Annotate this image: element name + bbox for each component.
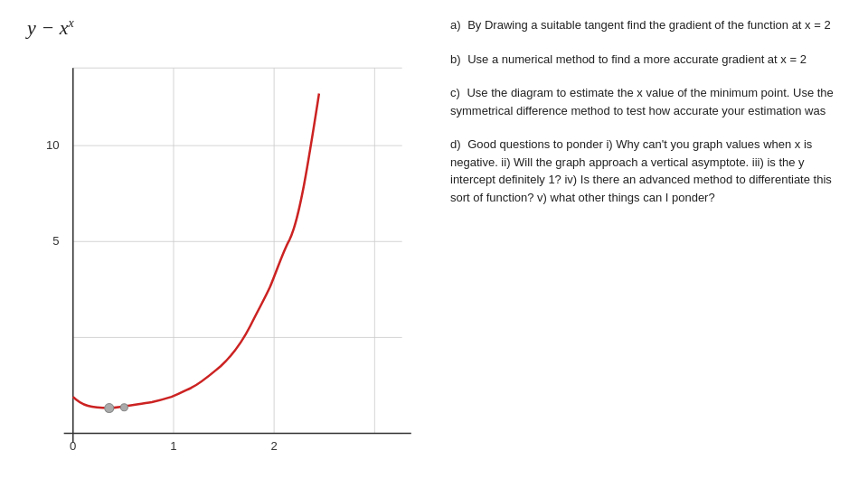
- curve-path: [73, 94, 319, 408]
- graph-svg: 5 10 0 1 2: [14, 50, 425, 470]
- svg-text:5: 5: [52, 234, 59, 248]
- svg-text:1: 1: [170, 439, 176, 453]
- question-c: c) Use the diagram to estimate the x val…: [450, 84, 843, 119]
- question-d-text: Good questions to ponder i) Why can't yo…: [450, 137, 832, 204]
- svg-text:2: 2: [270, 439, 277, 453]
- min-point: [105, 404, 114, 413]
- question-c-label: c): [450, 86, 460, 99]
- question-b-text: Use a numerical method to find a more ac…: [467, 52, 807, 66]
- question-b: b) Use a numerical method to find a more…: [450, 51, 843, 69]
- formula-text: y − xx: [27, 16, 74, 39]
- svg-text:10: 10: [46, 138, 60, 152]
- question-a-label: a): [450, 18, 461, 32]
- formula-superscript: x: [68, 16, 73, 30]
- secondary-point: [120, 404, 127, 411]
- formula-display: y − xx: [27, 16, 74, 40]
- graph-area: 5 10 0 1 2: [14, 50, 425, 470]
- question-c-text: Use the diagram to estimate the x value …: [450, 86, 834, 117]
- question-b-label: b): [450, 52, 461, 66]
- svg-text:0: 0: [70, 439, 76, 453]
- question-a: a) By Drawing a suitable tangent find th…: [450, 16, 843, 34]
- left-panel: y − xx 5 10 0 1 2: [0, 0, 434, 488]
- right-panel: a) By Drawing a suitable tangent find th…: [434, 0, 868, 488]
- question-a-text: By Drawing a suitable tangent find the g…: [467, 18, 830, 32]
- question-d: d) Good questions to ponder i) Why can't…: [450, 136, 843, 206]
- question-d-label: d): [450, 137, 461, 151]
